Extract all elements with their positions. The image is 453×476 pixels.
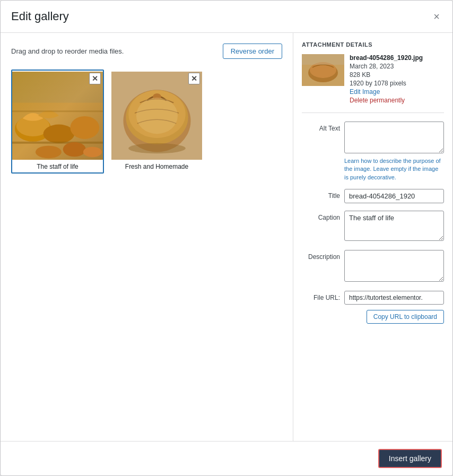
- gallery-caption-2: Fresh and Homemade: [111, 161, 202, 172]
- copy-url-row: Copy URL to clipboard: [302, 310, 444, 324]
- svg-point-17: [136, 98, 178, 134]
- right-panel: ATTACHMENT DETAILS bread-4054286_1920.jp…: [293, 33, 452, 441]
- description-label: Description: [302, 250, 340, 261]
- svg-point-6: [70, 116, 99, 139]
- gallery-item-2[interactable]: ✕ Fresh and Homemade: [110, 70, 203, 174]
- alt-text-input-wrap: Learn how to describe the purpose of the…: [344, 122, 444, 181]
- left-toolbar: Drag and drop to reorder media files. Re…: [11, 44, 282, 59]
- svg-rect-22: [302, 54, 344, 65]
- attachment-details-title: ATTACHMENT DETAILS: [302, 41, 444, 48]
- svg-point-10: [63, 142, 86, 157]
- caption-field-row: Caption: [302, 211, 444, 243]
- modal-footer: Insert gallery: [1, 441, 452, 475]
- caption-input-wrap: [344, 211, 444, 243]
- close-button[interactable]: ×: [431, 9, 442, 24]
- edit-gallery-modal: Edit gallery × Drag and drop to reorder …: [0, 0, 453, 476]
- attachment-thumbnail: [302, 54, 344, 86]
- thumbnail-image: [302, 54, 344, 86]
- modal-body: Drag and drop to reorder media files. Re…: [1, 33, 452, 441]
- description-field-row: Description: [302, 250, 444, 283]
- delete-permanently-link[interactable]: Delete permanently: [350, 97, 423, 104]
- attachment-dims: 1920 by 1078 pixels: [350, 80, 423, 87]
- svg-point-11: [83, 147, 102, 158]
- file-url-row: File URL:: [302, 291, 444, 305]
- title-input[interactable]: [344, 189, 444, 203]
- svg-point-5: [43, 125, 75, 143]
- title-input-wrap: [344, 189, 444, 203]
- attachment-filename: bread-4054286_1920.jpg: [350, 54, 423, 62]
- alt-text-label: Alt Text: [302, 122, 340, 132]
- gallery-caption-1: The staff of life: [12, 161, 103, 172]
- left-panel: Drag and drop to reorder media files. Re…: [1, 33, 293, 441]
- description-input[interactable]: [344, 250, 444, 282]
- svg-rect-8: [12, 110, 103, 112]
- description-input-wrap: [344, 250, 444, 283]
- caption-label: Caption: [302, 211, 340, 221]
- alt-text-input[interactable]: [344, 122, 444, 153]
- caption-input[interactable]: [344, 211, 444, 241]
- edit-image-link[interactable]: Edit Image: [350, 88, 423, 96]
- svg-point-9: [36, 146, 62, 158]
- insert-gallery-button[interactable]: Insert gallery: [378, 449, 442, 468]
- remove-item-1-button[interactable]: ✕: [89, 73, 101, 84]
- alt-text-field-row: Alt Text Learn how to describe the purpo…: [302, 122, 444, 181]
- title-field-row: Title: [302, 189, 444, 203]
- gallery-grid: ✕ The staff of life: [11, 70, 282, 174]
- attachment-info: bread-4054286_1920.jpg March 28, 2023 82…: [302, 54, 444, 113]
- attachment-meta: bread-4054286_1920.jpg March 28, 2023 82…: [350, 54, 423, 104]
- attachment-size: 828 KB: [350, 71, 423, 79]
- svg-point-18: [128, 143, 185, 154]
- file-url-input[interactable]: [344, 291, 444, 305]
- modal-header: Edit gallery ×: [1, 1, 452, 33]
- title-label: Title: [302, 189, 340, 200]
- remove-item-2-button[interactable]: ✕: [188, 73, 200, 84]
- gallery-item[interactable]: ✕ The staff of life: [11, 70, 104, 174]
- drag-hint: Drag and drop to reorder media files.: [11, 47, 124, 55]
- modal-title: Edit gallery: [11, 10, 69, 23]
- alt-text-hint: Learn how to describe the purpose of the…: [344, 157, 444, 181]
- reverse-order-button[interactable]: Reverse order: [223, 44, 282, 59]
- attachment-date: March 28, 2023: [350, 63, 423, 70]
- svg-rect-7: [12, 142, 103, 144]
- copy-url-button[interactable]: Copy URL to clipboard: [367, 310, 444, 324]
- file-url-label: File URL:: [302, 294, 340, 301]
